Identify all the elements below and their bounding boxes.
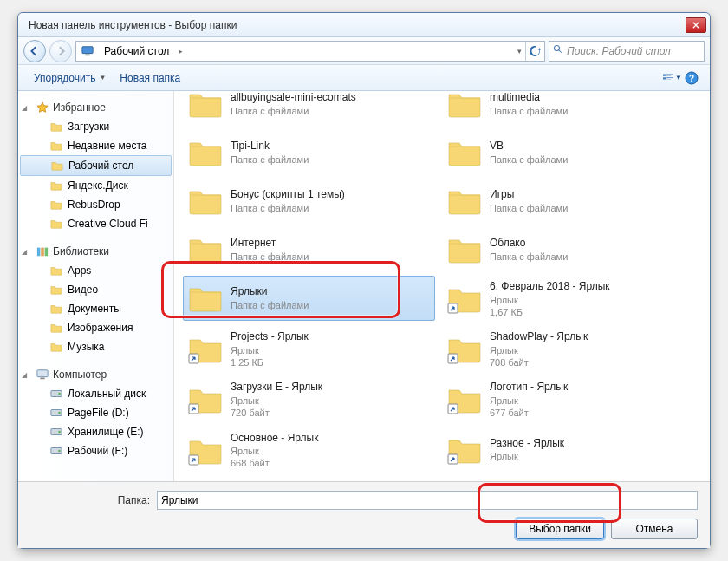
file-item[interactable]: 6. Февраль 2018 - ЯрлыкЯрлык1,67 КБ bbox=[442, 276, 694, 323]
star-icon bbox=[36, 101, 49, 114]
chevron-right-icon[interactable]: ▸ bbox=[175, 47, 186, 55]
file-name: Облако bbox=[490, 237, 568, 251]
file-name: Projects - Ярлык bbox=[231, 330, 309, 344]
help-button[interactable]: ? bbox=[682, 68, 701, 88]
file-item[interactable]: ЯрлыкиПапка с файлами bbox=[183, 276, 435, 321]
sidebar-item-label: Видео bbox=[68, 284, 98, 296]
file-item[interactable]: Бонус (скрипты 1 темы)Папка с файлами bbox=[183, 179, 435, 224]
file-item[interactable]: Логотип - ЯрлыкЯрлык677 байт bbox=[442, 376, 694, 423]
file-item[interactable]: multimediaПапка с файлами bbox=[442, 91, 694, 127]
view-options-button[interactable]: ▼ bbox=[663, 68, 682, 88]
svg-rect-7 bbox=[666, 77, 673, 78]
file-type: Папка с файлами bbox=[231, 105, 356, 117]
file-name: ShadowPlay - Ярлык bbox=[490, 330, 588, 344]
arrow-left-icon bbox=[29, 46, 40, 56]
select-folder-button[interactable]: Выбор папки bbox=[516, 519, 604, 539]
svg-point-21 bbox=[58, 431, 61, 434]
sidebar-item[interactable]: Видео bbox=[18, 280, 173, 299]
help-icon: ? bbox=[685, 71, 699, 85]
file-item[interactable]: Projects - ЯрлыкЯрлык1,25 КБ bbox=[183, 326, 435, 373]
file-type: Папка с файлами bbox=[490, 105, 568, 117]
folder-icon bbox=[187, 91, 224, 122]
file-item[interactable]: Основное - ЯрлыкЯрлык668 байт bbox=[183, 427, 435, 474]
sidebar-item[interactable]: Документы bbox=[18, 299, 173, 318]
search-input[interactable]: Поиск: Рабочий стол bbox=[549, 41, 705, 62]
file-item[interactable]: ИнтернетПапка с файлами bbox=[183, 227, 435, 272]
forward-button[interactable] bbox=[49, 40, 72, 62]
file-item[interactable]: Загрузки Е - ЯрлыкЯрлык720 байт bbox=[183, 376, 435, 423]
sidebar-item-label: Музыка bbox=[68, 341, 104, 353]
sidebar-item[interactable]: Музыка bbox=[18, 337, 173, 356]
folder-icon bbox=[187, 232, 224, 268]
file-item[interactable]: VBПапка с файлами bbox=[442, 130, 694, 175]
sidebar-item-label: RebusDrop bbox=[68, 199, 120, 211]
window-title: Новая панель инструментов - Выбор папки bbox=[29, 19, 686, 31]
file-name: Ярлыки bbox=[231, 285, 309, 299]
cancel-button[interactable]: Отмена bbox=[611, 519, 698, 539]
arrow-right-icon bbox=[55, 46, 66, 56]
folder-icon bbox=[446, 232, 483, 268]
file-item[interactable]: allbuyingsale-mini-ecomatsПапка с файлам… bbox=[183, 91, 435, 127]
shortcut-icon bbox=[187, 331, 224, 368]
sidebar-item[interactable]: Локальный диск bbox=[18, 384, 173, 403]
file-type: Ярлык bbox=[231, 445, 318, 457]
file-item[interactable]: Tipi-LinkПапка с файлами bbox=[183, 130, 435, 175]
organize-button[interactable]: Упорядочить▼ bbox=[27, 68, 113, 88]
folder-icon bbox=[49, 217, 63, 231]
shortcut-icon bbox=[446, 331, 483, 368]
libraries-header[interactable]: ◢ Библиотеки bbox=[18, 242, 173, 261]
file-item[interactable]: ОблакоПапка с файлами bbox=[442, 227, 694, 272]
new-folder-button[interactable]: Новая папка bbox=[113, 68, 187, 88]
favorites-group: ◢ Избранное ЗагрузкиНедавние местаРабочи… bbox=[18, 98, 173, 233]
file-type: Ярлык bbox=[490, 294, 610, 306]
sidebar-item-label: Изображения bbox=[68, 322, 133, 334]
libraries-icon bbox=[36, 245, 49, 258]
sidebar-item[interactable]: Изображения bbox=[18, 318, 173, 337]
search-icon bbox=[553, 44, 563, 57]
folder-icon bbox=[49, 444, 63, 458]
folder-icon bbox=[187, 280, 224, 316]
close-button[interactable] bbox=[686, 17, 706, 33]
folder-icon bbox=[49, 387, 63, 401]
back-button[interactable] bbox=[23, 40, 46, 62]
folder-icon bbox=[49, 425, 63, 439]
file-grid[interactable]: allbuyingsale-mini-ecomatsПапка с файлам… bbox=[174, 91, 710, 481]
sidebar-item[interactable]: PageFile (D:) bbox=[18, 403, 173, 422]
sidebar-item[interactable]: Apps bbox=[18, 261, 173, 280]
file-item[interactable]: ShadowPlay - ЯрлыкЯрлык708 байт bbox=[442, 326, 694, 373]
shortcut-icon bbox=[187, 382, 224, 418]
refresh-button[interactable] bbox=[525, 42, 544, 61]
sidebar-item[interactable]: Рабочий стол bbox=[20, 155, 172, 176]
file-item[interactable]: Разное - ЯрлыкЯрлык bbox=[442, 427, 694, 473]
computer-header[interactable]: ◢ Компьютер bbox=[18, 365, 173, 384]
sidebar-item-label: PageFile (D:) bbox=[68, 407, 129, 419]
svg-rect-12 bbox=[41, 248, 44, 257]
folder-icon bbox=[49, 198, 63, 212]
address-bar[interactable]: Рабочий стол ▸ ▾ bbox=[75, 41, 545, 62]
file-size: 668 байт bbox=[231, 457, 318, 469]
svg-text:?: ? bbox=[689, 74, 694, 83]
file-type: Папка с файлами bbox=[231, 299, 309, 311]
sidebar-item[interactable]: Рабочий (F:) bbox=[18, 441, 173, 460]
file-item[interactable]: ИгрыПапка с файлами bbox=[442, 179, 694, 224]
chevron-down-icon[interactable]: ▾ bbox=[514, 47, 525, 55]
sidebar-item[interactable]: Яндекс.Диск bbox=[18, 176, 173, 195]
svg-rect-15 bbox=[40, 378, 44, 380]
file-type: Ярлык bbox=[490, 395, 568, 407]
titlebar[interactable]: Новая панель инструментов - Выбор папки bbox=[18, 13, 710, 37]
sidebar-item[interactable]: Недавние места bbox=[18, 136, 173, 155]
sidebar-item[interactable]: Creative Cloud Fi bbox=[18, 214, 173, 233]
sidebar-item[interactable]: RebusDrop bbox=[18, 195, 173, 214]
svg-rect-6 bbox=[663, 77, 666, 79]
search-placeholder: Поиск: Рабочий стол bbox=[567, 45, 671, 57]
folder-icon bbox=[50, 159, 64, 173]
sidebar-item[interactable]: Хранилище (E:) bbox=[18, 422, 173, 441]
folder-input[interactable] bbox=[157, 491, 698, 510]
file-type: Папка с файлами bbox=[490, 251, 568, 263]
breadcrumb-segment[interactable]: Рабочий стол bbox=[99, 42, 175, 61]
folder-icon bbox=[49, 340, 63, 354]
sidebar-item[interactable]: Загрузки bbox=[18, 117, 173, 136]
file-type: Ярлык bbox=[231, 395, 322, 407]
favorites-header[interactable]: ◢ Избранное bbox=[18, 98, 173, 117]
folder-icon bbox=[49, 179, 63, 192]
